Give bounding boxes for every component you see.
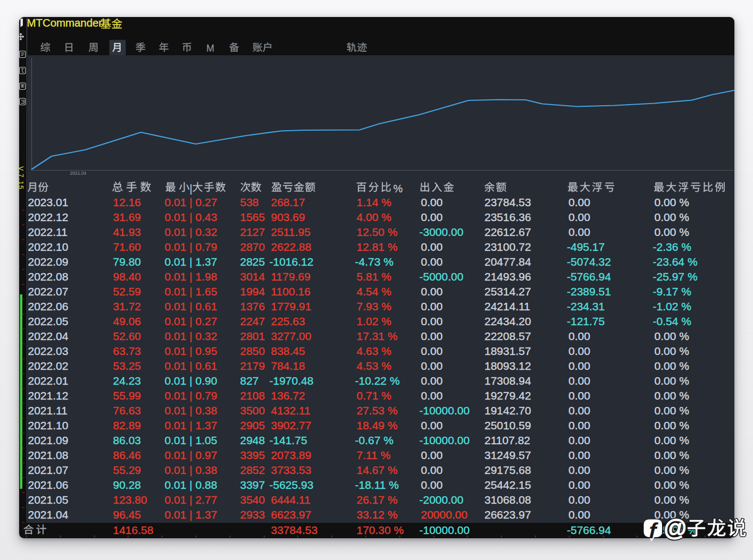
svg-text:V.7.15: V.7.15 xyxy=(17,166,24,190)
svg-text:@: @ xyxy=(664,515,688,541)
